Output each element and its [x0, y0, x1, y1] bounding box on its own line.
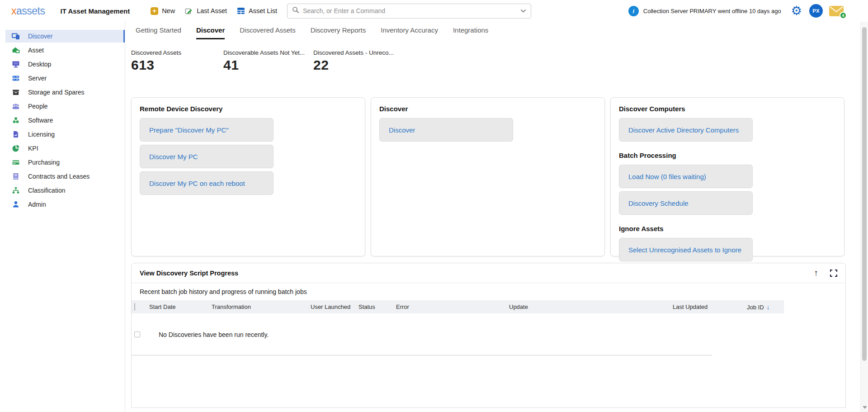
licensing-icon	[12, 130, 20, 138]
sidebar-item-admin[interactable]: Admin	[5, 198, 125, 211]
notification-text: Collection Server PRIMARY went offline 1…	[643, 8, 781, 14]
stats-row: Discovered Assets 613 Discoverable Asset…	[125, 49, 857, 77]
new-button-label: New	[162, 7, 175, 14]
tab-inventory-accuracy[interactable]: Inventory Accuracy	[381, 26, 438, 39]
panel-title: View Discovery Script Progress	[140, 270, 238, 277]
button-label: Prepare "Discover My PC"	[149, 126, 229, 134]
section-heading-ignore-assets: Ignore Assets	[619, 225, 836, 232]
sidebar-item-discover[interactable]: Discover	[5, 30, 125, 43]
app-root: xassets IT Asset Management + New Last A…	[0, 0, 868, 412]
info-icon[interactable]: i	[628, 6, 639, 16]
discover-my-pc-reboot-button[interactable]: Discover My PC on each reboot	[140, 171, 274, 195]
sidebar-item-software[interactable]: Software	[5, 114, 125, 127]
column-transformation[interactable]: Transformation	[212, 303, 311, 310]
row-checkbox[interactable]	[134, 331, 140, 337]
header-actions: + New Last Asset Asset List	[151, 7, 277, 15]
chevron-down-icon[interactable]	[520, 7, 526, 15]
panel-icons: ↑	[814, 269, 838, 277]
sidebar-item-label: Desktop	[28, 61, 51, 68]
table-header-row: Start Date Transformation User Launched …	[132, 300, 784, 313]
sidebar-item-asset[interactable]: Asset	[5, 44, 125, 57]
people-icon	[12, 102, 20, 110]
column-job-id-label: Job ID	[747, 304, 764, 311]
column-update[interactable]: Update	[509, 303, 673, 310]
discover-ad-computers-button[interactable]: Discover Active Directory Computers	[619, 118, 753, 142]
logo-x: x	[11, 5, 16, 17]
sidebar-item-people[interactable]: People	[5, 100, 125, 113]
section-heading-batch-processing: Batch Processing	[619, 152, 836, 159]
column-last-updated[interactable]: Last Updated	[673, 303, 747, 310]
sidebar-item-licensing[interactable]: Licensing	[5, 128, 125, 141]
tab-bar: Getting Started Discover Discovered Asse…	[125, 22, 857, 39]
tab-integrations[interactable]: Integrations	[453, 26, 488, 39]
card-discover-computers: Discover Computers Discover Active Direc…	[610, 97, 844, 256]
stat-value: 613	[131, 57, 223, 73]
asset-list-button[interactable]: Asset List	[237, 7, 277, 15]
mail-icon[interactable]: 4	[829, 6, 844, 16]
last-asset-button[interactable]: Last Asset	[185, 7, 227, 15]
kpi-icon	[12, 144, 20, 152]
sidebar-item-desktop[interactable]: Desktop	[5, 58, 125, 71]
server-icon	[12, 74, 20, 82]
purchasing-icon	[12, 158, 20, 166]
tab-discovery-reports[interactable]: Discovery Reports	[311, 26, 366, 39]
logo-rest: assets	[16, 5, 45, 17]
last-asset-label: Last Asset	[197, 7, 227, 14]
select-all-checkbox[interactable]	[134, 303, 135, 311]
avatar[interactable]: PX	[809, 4, 823, 18]
discover-button[interactable]: Discover	[379, 118, 513, 142]
command-search	[287, 4, 531, 19]
up-arrow-icon[interactable]: ↑	[814, 269, 819, 277]
gear-icon[interactable]: ⚙	[791, 5, 802, 17]
column-start-date[interactable]: Start Date	[149, 303, 212, 310]
load-now-button[interactable]: Load Now (0 files waiting)	[619, 165, 753, 188]
button-label: Discover	[389, 126, 415, 134]
sidebar-item-contracts[interactable]: Contracts and Leases	[5, 170, 125, 183]
panel-title-bar: View Discovery Script Progress ↑	[132, 263, 845, 283]
scrollbar-thumb[interactable]	[862, 27, 867, 361]
vertical-scrollbar[interactable]	[860, 22, 868, 412]
sidebar-item-label: Storage and Spares	[28, 89, 85, 96]
mail-badge: 4	[840, 12, 847, 19]
sidebar-item-label: Admin	[28, 201, 46, 208]
sidebar-item-label: Asset	[28, 47, 44, 54]
prepare-discover-my-pc-button[interactable]: Prepare "Discover My PC"	[140, 118, 274, 142]
sidebar-item-label: Discover	[28, 33, 52, 40]
sidebar-item-kpi[interactable]: KPI	[5, 142, 125, 155]
tab-discover[interactable]: Discover	[196, 26, 225, 39]
asset-icon	[12, 46, 20, 54]
stat-label: Discovered Assets - Unreco...	[313, 49, 422, 56]
tab-discovered-assets[interactable]: Discovered Assets	[240, 26, 295, 39]
edit-pencil-icon	[185, 7, 193, 15]
sidebar-item-classification[interactable]: Classification	[5, 184, 125, 197]
software-icon	[12, 116, 20, 124]
sidebar-item-purchasing[interactable]: Purchasing	[5, 156, 125, 169]
sidebar-item-label: People	[28, 103, 48, 110]
button-label: Select Unrecognised Assets to Ignore	[628, 246, 741, 254]
discovery-schedule-button[interactable]: Discovery Schedule	[619, 191, 753, 215]
empty-table-message: No Discoveries have been run recently.	[159, 331, 269, 338]
discover-my-pc-button[interactable]: Discover My PC	[140, 145, 274, 168]
scrollbar-down-arrow-icon[interactable]	[863, 406, 867, 409]
sidebar-item-storage[interactable]: Storage and Spares	[5, 86, 125, 99]
sidebar-item-server[interactable]: Server	[5, 72, 125, 85]
table-grid-icon	[237, 7, 245, 15]
panel-description: Recent batch job history and progress of…	[132, 283, 845, 300]
xassets-logo[interactable]: xassets	[11, 5, 45, 17]
search-input[interactable]	[303, 7, 520, 14]
column-job-id[interactable]: Job ID↓	[747, 303, 784, 311]
desktop-icon	[12, 60, 20, 68]
tab-getting-started[interactable]: Getting Started	[136, 26, 181, 39]
column-user-launched[interactable]: User Launched	[311, 303, 359, 310]
select-unrecognised-button[interactable]: Select Unrecognised Assets to Ignore	[619, 238, 753, 261]
column-error[interactable]: Error	[396, 303, 509, 310]
discover-icon	[12, 32, 20, 40]
contracts-icon	[12, 172, 20, 180]
plus-icon: +	[151, 7, 158, 15]
new-button[interactable]: + New	[151, 7, 175, 15]
sidebar-item-label: Software	[28, 117, 53, 124]
stat-unrecognised: Discovered Assets - Unreco... 22	[313, 49, 422, 77]
column-status[interactable]: Status	[359, 303, 396, 310]
fullscreen-icon[interactable]	[830, 270, 837, 277]
card-discover: Discover Discover	[371, 97, 605, 256]
